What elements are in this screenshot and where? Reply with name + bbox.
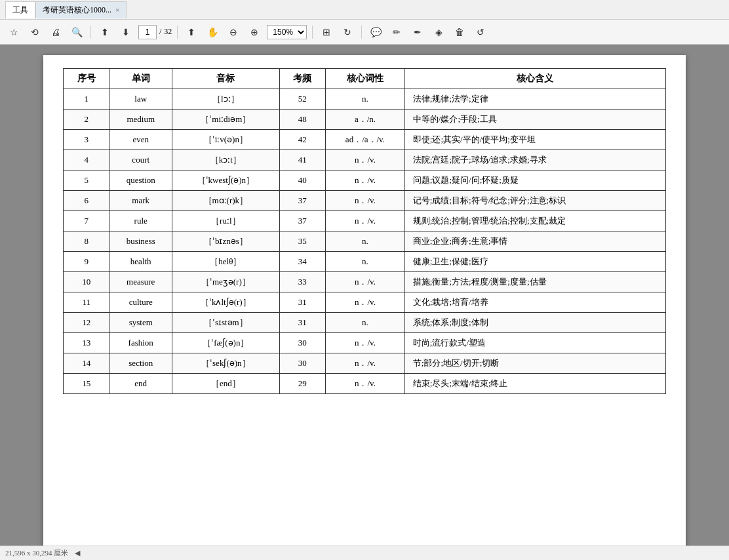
page-up-button[interactable]: ⬆ — [96, 24, 113, 41]
page-number-input[interactable] — [138, 25, 157, 39]
scroll-left-button[interactable]: ◀ — [75, 549, 80, 557]
content-area: 序号 单词 音标 考频 核心词性 核心含义 1law［lɔː］52n.法律;规律… — [0, 45, 729, 546]
select-tool-button[interactable]: ⬆ — [183, 24, 200, 41]
table-cell: 法院;宫廷;院子;球场/追求;求婚;寻求 — [404, 150, 665, 170]
print-button[interactable]: 🖨 — [47, 24, 64, 41]
table-cell: n．/v. — [326, 170, 405, 191]
table-cell: 42 — [279, 130, 325, 150]
undo-button[interactable]: ↺ — [472, 24, 489, 41]
table-cell: fashion — [109, 333, 172, 353]
table-cell: 34 — [279, 252, 325, 272]
table-row: 4court［kɔːt］41n．/v.法院;宫廷;院子;球场/追求;求婚;寻求 — [64, 150, 666, 170]
table-row: 14section［ˈsekʃ(ə)n］30n．/v.节;部分;地区/切开;切断 — [64, 353, 666, 374]
table-row: 11culture［ˈkʌltʃə(r)］31n．/v.文化;栽培;培育/培养 — [64, 292, 666, 313]
table-row: 3even［ˈiːv(ə)n］42ad．/a．/v.即使;还;其实/平的/使平均… — [64, 130, 666, 150]
table-cell: ［ruːl］ — [172, 211, 280, 231]
table-cell: ［ˈmeʒə(r)］ — [172, 272, 280, 292]
separator-4 — [361, 26, 362, 39]
table-row: 9health［helθ］34n.健康;卫生;保健;医疗 — [64, 252, 666, 272]
table-cell: 31 — [279, 292, 325, 313]
table-cell: n．/v. — [326, 333, 405, 353]
tab-close-icon[interactable]: × — [115, 6, 119, 14]
table-row: 1law［lɔː］52n.法律;规律;法学;定律 — [64, 89, 666, 110]
table-cell: section — [109, 353, 172, 374]
table-cell: n. — [326, 231, 405, 252]
search-button[interactable]: 🔍 — [68, 24, 85, 41]
table-row: 10measure［ˈmeʒə(r)］33n．/v.措施;衡量;方法;程度/测量… — [64, 272, 666, 292]
table-row: 7rule［ruːl］37n．/v.规则;统治;控制;管理/统治;控制;支配;裁… — [64, 211, 666, 231]
table-cell: ［ˈsekʃ(ə)n］ — [172, 353, 280, 374]
table-cell: medium — [109, 110, 172, 130]
table-cell: a．/n. — [326, 110, 405, 130]
table-cell: 系统;体系;制度;体制 — [404, 313, 665, 333]
table-cell: health — [109, 252, 172, 272]
rotate-button[interactable]: ↻ — [339, 24, 356, 41]
table-cell: n．/v. — [326, 150, 405, 170]
pdf-page: 序号 单词 音标 考频 核心词性 核心含义 1law［lɔː］52n.法律;规律… — [43, 55, 686, 546]
table-cell: 33 — [279, 272, 325, 292]
table-row: 5question［ˈkwestʃ(ə)n］40n．/v.问题;议题;疑问/问;… — [64, 170, 666, 191]
zoom-in-button[interactable]: ⊕ — [246, 24, 263, 41]
pen-button[interactable]: ✏ — [388, 24, 405, 41]
hand-tool-button[interactable]: ✋ — [204, 24, 221, 41]
col-header-num: 序号 — [64, 69, 109, 89]
table-cell: 14 — [64, 353, 109, 374]
table-row: 2medium［ˈmiːdiəm］48a．/n.中等的/媒介;手段;工具 — [64, 110, 666, 130]
page-total: 32 — [164, 27, 172, 37]
table-cell: 即使;还;其实/平的/使平均;变平坦 — [404, 130, 665, 150]
table-cell: law — [109, 89, 172, 110]
page-down-button[interactable]: ⬇ — [117, 24, 134, 41]
table-cell: mark — [109, 191, 172, 211]
table-cell: 8 — [64, 231, 109, 252]
col-header-freq: 考频 — [279, 69, 325, 89]
zoom-select[interactable]: 150% 100% 125% 200% — [267, 25, 307, 39]
stamp-button[interactable]: ◈ — [430, 24, 447, 41]
table-cell: 31 — [279, 313, 325, 333]
fit-page-button[interactable]: ⊞ — [318, 24, 335, 41]
table-cell: 40 — [279, 170, 325, 191]
table-cell: 10 — [64, 272, 109, 292]
table-cell: 3 — [64, 130, 109, 150]
table-cell: ［kɔːt］ — [172, 150, 280, 170]
table-cell: question — [109, 170, 172, 191]
table-cell: ［helθ］ — [172, 252, 280, 272]
table-cell: 规则;统治;控制;管理/统治;控制;支配;裁定 — [404, 211, 665, 231]
table-cell: 48 — [279, 110, 325, 130]
tools-tab[interactable]: 工具 — [5, 1, 35, 18]
table-cell: measure — [109, 272, 172, 292]
table-cell: ［ˈfæʃ(ə)n］ — [172, 333, 280, 353]
zoom-out-button[interactable]: ⊖ — [225, 24, 242, 41]
table-cell: ［ˈkwestʃ(ə)n］ — [172, 170, 280, 191]
bookmark-button[interactable]: ☆ — [5, 24, 22, 41]
delete-button[interactable]: 🗑 — [451, 24, 468, 41]
comment-button[interactable]: 💬 — [367, 24, 384, 41]
col-header-word: 单词 — [109, 69, 172, 89]
separator-2 — [177, 26, 178, 39]
vocabulary-table: 序号 单词 音标 考频 核心词性 核心含义 1law［lɔː］52n.法律;规律… — [63, 68, 666, 394]
table-cell: court — [109, 150, 172, 170]
table-cell: 37 — [279, 191, 325, 211]
table-cell: 措施;衡量;方法;程度/测量;度量;估量 — [404, 272, 665, 292]
toolbar: ☆ ⟲ 🖨 🔍 ⬆ ⬇ / 32 ⬆ ✋ ⊖ ⊕ 150% 100% 125% … — [0, 20, 729, 45]
col-header-pos: 核心词性 — [326, 69, 405, 89]
table-cell: even — [109, 130, 172, 150]
table-cell: ［ˈkʌltʃə(r)］ — [172, 292, 280, 313]
table-cell: 4 — [64, 150, 109, 170]
page-navigation: / 32 — [138, 25, 172, 39]
table-cell: system — [109, 313, 172, 333]
doc-tab-label: 考研英语核心1000... — [43, 5, 111, 16]
table-cell: 节;部分;地区/切开;切断 — [404, 353, 665, 374]
back-button[interactable]: ⟲ — [26, 24, 43, 41]
doc-tab[interactable]: 考研英语核心1000... × — [35, 1, 127, 18]
table-cell: n．/v. — [326, 292, 405, 313]
table-cell: 30 — [279, 353, 325, 374]
highlight-button[interactable]: ✒ — [409, 24, 426, 41]
table-cell: n．/v. — [326, 191, 405, 211]
table-cell: 时尚;流行款式/塑造 — [404, 333, 665, 353]
table-cell: n．/v. — [326, 374, 405, 394]
table-cell: 5 — [64, 170, 109, 191]
table-cell: 中等的/媒介;手段;工具 — [404, 110, 665, 130]
table-cell: rule — [109, 211, 172, 231]
title-bar: 工具 考研英语核心1000... × — [0, 0, 729, 20]
table-cell: 健康;卫生;保健;医疗 — [404, 252, 665, 272]
